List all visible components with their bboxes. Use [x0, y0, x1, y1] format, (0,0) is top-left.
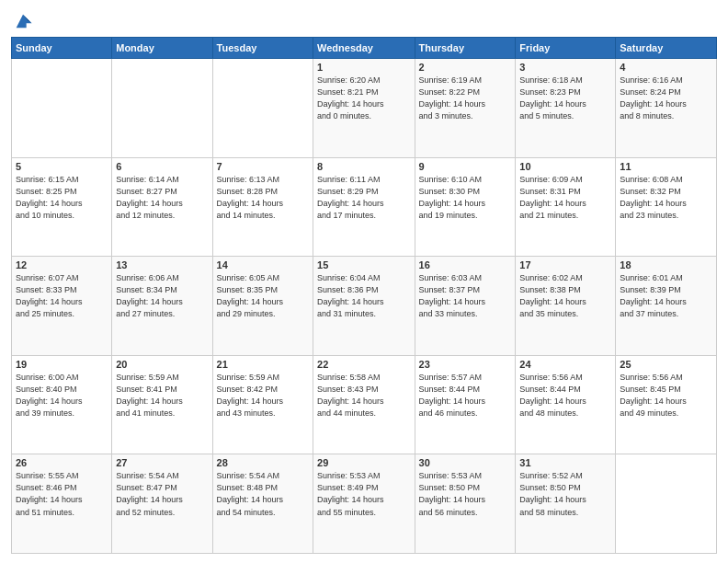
calendar-cell: 6Sunrise: 6:14 AM Sunset: 8:27 PM Daylig… [112, 157, 212, 257]
day-info: Sunrise: 5:55 AM Sunset: 8:46 PM Dayligh… [16, 470, 108, 518]
day-number: 16 [419, 259, 512, 270]
calendar-cell: 9Sunrise: 6:10 AM Sunset: 8:30 PM Daylig… [415, 157, 516, 257]
logo [11, 13, 33, 31]
day-number: 17 [519, 259, 611, 270]
day-number: 18 [620, 259, 712, 270]
day-info: Sunrise: 6:16 AM Sunset: 8:24 PM Dayligh… [620, 75, 712, 122]
weekday-header-friday: Friday [516, 38, 616, 59]
day-number: 11 [620, 161, 712, 172]
day-number: 29 [317, 457, 410, 468]
day-number: 3 [519, 62, 611, 73]
day-info: Sunrise: 6:09 AM Sunset: 8:31 PM Dayligh… [519, 174, 611, 222]
calendar-cell [212, 59, 313, 158]
day-number: 26 [16, 457, 108, 468]
calendar-week-row: 19Sunrise: 6:00 AM Sunset: 8:40 PM Dayli… [12, 355, 717, 454]
day-number: 27 [116, 457, 208, 468]
page: SundayMondayTuesdayWednesdayThursdayFrid… [0, 0, 728, 563]
day-info: Sunrise: 6:04 AM Sunset: 8:36 PM Dayligh… [317, 272, 410, 320]
day-info: Sunrise: 5:56 AM Sunset: 8:45 PM Dayligh… [620, 372, 712, 419]
calendar-cell: 4Sunrise: 6:16 AM Sunset: 8:24 PM Daylig… [616, 59, 717, 158]
day-number: 30 [419, 457, 512, 468]
day-number: 12 [16, 259, 108, 270]
day-number: 20 [116, 359, 208, 370]
calendar-cell [12, 59, 112, 158]
weekday-header-saturday: Saturday [616, 38, 717, 59]
day-info: Sunrise: 6:01 AM Sunset: 8:39 PM Dayligh… [620, 272, 712, 320]
calendar-cell: 15Sunrise: 6:04 AM Sunset: 8:36 PM Dayli… [313, 257, 415, 356]
calendar-cell: 21Sunrise: 5:59 AM Sunset: 8:42 PM Dayli… [212, 355, 313, 454]
calendar-week-row: 12Sunrise: 6:07 AM Sunset: 8:33 PM Dayli… [12, 257, 717, 356]
calendar-cell: 22Sunrise: 5:58 AM Sunset: 8:43 PM Dayli… [313, 355, 415, 454]
day-info: Sunrise: 6:05 AM Sunset: 8:35 PM Dayligh… [217, 272, 309, 320]
day-info: Sunrise: 6:20 AM Sunset: 8:21 PM Dayligh… [317, 75, 410, 122]
calendar-week-row: 26Sunrise: 5:55 AM Sunset: 8:46 PM Dayli… [12, 454, 717, 554]
logo-icon [13, 11, 33, 31]
day-info: Sunrise: 5:54 AM Sunset: 8:48 PM Dayligh… [217, 470, 309, 518]
weekday-header-wednesday: Wednesday [313, 38, 415, 59]
calendar-cell: 27Sunrise: 5:54 AM Sunset: 8:47 PM Dayli… [112, 454, 212, 554]
day-number: 13 [116, 259, 208, 270]
day-info: Sunrise: 6:02 AM Sunset: 8:38 PM Dayligh… [519, 272, 611, 320]
day-number: 8 [317, 161, 410, 172]
calendar-cell: 10Sunrise: 6:09 AM Sunset: 8:31 PM Dayli… [516, 157, 616, 257]
day-info: Sunrise: 6:14 AM Sunset: 8:27 PM Dayligh… [116, 174, 208, 222]
day-info: Sunrise: 5:52 AM Sunset: 8:50 PM Dayligh… [519, 470, 611, 518]
calendar-cell: 24Sunrise: 5:56 AM Sunset: 8:44 PM Dayli… [516, 355, 616, 454]
calendar-cell: 13Sunrise: 6:06 AM Sunset: 8:34 PM Dayli… [112, 257, 212, 356]
weekday-header-monday: Monday [112, 38, 212, 59]
day-info: Sunrise: 6:11 AM Sunset: 8:29 PM Dayligh… [317, 174, 410, 222]
day-number: 4 [620, 62, 712, 73]
day-info: Sunrise: 6:00 AM Sunset: 8:40 PM Dayligh… [16, 372, 108, 419]
day-number: 5 [16, 161, 108, 172]
day-info: Sunrise: 6:03 AM Sunset: 8:37 PM Dayligh… [419, 272, 512, 320]
day-info: Sunrise: 6:15 AM Sunset: 8:25 PM Dayligh… [16, 174, 108, 222]
calendar-cell: 31Sunrise: 5:52 AM Sunset: 8:50 PM Dayli… [516, 454, 616, 554]
calendar-cell: 30Sunrise: 5:53 AM Sunset: 8:50 PM Dayli… [415, 454, 516, 554]
calendar-cell: 11Sunrise: 6:08 AM Sunset: 8:32 PM Dayli… [616, 157, 717, 257]
day-number: 24 [519, 359, 611, 370]
day-info: Sunrise: 5:53 AM Sunset: 8:49 PM Dayligh… [317, 470, 410, 518]
day-info: Sunrise: 6:06 AM Sunset: 8:34 PM Dayligh… [116, 272, 208, 320]
weekday-header-row: SundayMondayTuesdayWednesdayThursdayFrid… [12, 38, 717, 59]
day-info: Sunrise: 5:56 AM Sunset: 8:44 PM Dayligh… [519, 372, 611, 419]
day-number: 7 [217, 161, 309, 172]
calendar-table: SundayMondayTuesdayWednesdayThursdayFrid… [11, 37, 717, 554]
day-number: 2 [419, 62, 512, 73]
calendar-cell [112, 59, 212, 158]
day-info: Sunrise: 5:54 AM Sunset: 8:47 PM Dayligh… [116, 470, 208, 518]
calendar-cell: 14Sunrise: 6:05 AM Sunset: 8:35 PM Dayli… [212, 257, 313, 356]
day-number: 21 [217, 359, 309, 370]
day-info: Sunrise: 5:58 AM Sunset: 8:43 PM Dayligh… [317, 372, 410, 419]
day-info: Sunrise: 6:08 AM Sunset: 8:32 PM Dayligh… [620, 174, 712, 222]
weekday-header-sunday: Sunday [12, 38, 112, 59]
day-number: 15 [317, 259, 410, 270]
day-info: Sunrise: 6:10 AM Sunset: 8:30 PM Dayligh… [419, 174, 512, 222]
day-info: Sunrise: 6:07 AM Sunset: 8:33 PM Dayligh… [16, 272, 108, 320]
calendar-cell: 7Sunrise: 6:13 AM Sunset: 8:28 PM Daylig… [212, 157, 313, 257]
calendar-cell [616, 454, 717, 554]
day-info: Sunrise: 5:53 AM Sunset: 8:50 PM Dayligh… [419, 470, 512, 518]
day-number: 10 [519, 161, 611, 172]
day-info: Sunrise: 5:57 AM Sunset: 8:44 PM Dayligh… [419, 372, 512, 419]
day-number: 9 [419, 161, 512, 172]
day-info: Sunrise: 6:19 AM Sunset: 8:22 PM Dayligh… [419, 75, 512, 122]
header [11, 9, 717, 31]
calendar-cell: 25Sunrise: 5:56 AM Sunset: 8:45 PM Dayli… [616, 355, 717, 454]
calendar-cell: 3Sunrise: 6:18 AM Sunset: 8:23 PM Daylig… [516, 59, 616, 158]
calendar-week-row: 1Sunrise: 6:20 AM Sunset: 8:21 PM Daylig… [12, 59, 717, 158]
calendar-cell: 28Sunrise: 5:54 AM Sunset: 8:48 PM Dayli… [212, 454, 313, 554]
calendar-cell: 5Sunrise: 6:15 AM Sunset: 8:25 PM Daylig… [12, 157, 112, 257]
weekday-header-tuesday: Tuesday [212, 38, 313, 59]
calendar-cell: 8Sunrise: 6:11 AM Sunset: 8:29 PM Daylig… [313, 157, 415, 257]
day-number: 31 [519, 457, 611, 468]
calendar-cell: 29Sunrise: 5:53 AM Sunset: 8:49 PM Dayli… [313, 454, 415, 554]
calendar-cell: 18Sunrise: 6:01 AM Sunset: 8:39 PM Dayli… [616, 257, 717, 356]
calendar-cell: 2Sunrise: 6:19 AM Sunset: 8:22 PM Daylig… [415, 59, 516, 158]
day-number: 28 [217, 457, 309, 468]
calendar-cell: 17Sunrise: 6:02 AM Sunset: 8:38 PM Dayli… [516, 257, 616, 356]
day-info: Sunrise: 6:18 AM Sunset: 8:23 PM Dayligh… [519, 75, 611, 122]
calendar-cell: 20Sunrise: 5:59 AM Sunset: 8:41 PM Dayli… [112, 355, 212, 454]
calendar-cell: 19Sunrise: 6:00 AM Sunset: 8:40 PM Dayli… [12, 355, 112, 454]
day-number: 14 [217, 259, 309, 270]
day-number: 6 [116, 161, 208, 172]
